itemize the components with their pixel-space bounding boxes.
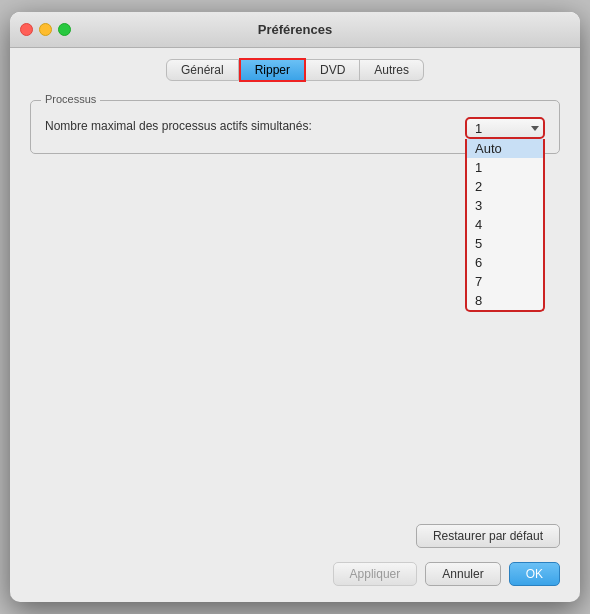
restore-defaults-button[interactable]: Restaurer par défaut xyxy=(416,524,560,548)
ok-button[interactable]: OK xyxy=(509,562,560,586)
tab-bar: Général Ripper DVD Autres xyxy=(10,48,580,90)
preferences-window: Préférences Général Ripper DVD Autres Pr… xyxy=(10,12,580,602)
titlebar: Préférences xyxy=(10,12,580,48)
tab-general[interactable]: Général xyxy=(166,59,239,81)
minimize-button[interactable] xyxy=(39,23,52,36)
tab-autres[interactable]: Autres xyxy=(360,59,424,81)
traffic-lights xyxy=(20,23,71,36)
window-title: Préférences xyxy=(258,22,332,37)
processus-row: Nombre maximal des processus actifs simu… xyxy=(45,117,545,139)
dropdown-wrapper: 1 Auto 1 2 3 4 5 6 7 8 xyxy=(465,117,545,139)
dropdown-item-auto[interactable]: Auto xyxy=(467,139,543,158)
tab-dvd[interactable]: DVD xyxy=(306,59,360,81)
dropdown-item-7[interactable]: 7 xyxy=(467,272,543,291)
dropdown-item-1[interactable]: 1 xyxy=(467,158,543,177)
action-buttons: Appliquer Annuler OK xyxy=(10,562,580,602)
processus-label: Nombre maximal des processus actifs simu… xyxy=(45,117,455,133)
close-button[interactable] xyxy=(20,23,33,36)
section-legend: Processus xyxy=(41,93,100,105)
dropdown-item-3[interactable]: 3 xyxy=(467,196,543,215)
dropdown-list: Auto 1 2 3 4 5 6 7 8 xyxy=(465,139,545,312)
dropdown-arrow-icon xyxy=(531,126,539,131)
cancel-button[interactable]: Annuler xyxy=(425,562,500,586)
tab-ripper[interactable]: Ripper xyxy=(239,58,306,82)
processus-section: Processus Nombre maximal des processus a… xyxy=(30,100,560,154)
dropdown-item-5[interactable]: 5 xyxy=(467,234,543,253)
dropdown-item-6[interactable]: 6 xyxy=(467,253,543,272)
dropdown-item-8[interactable]: 8 xyxy=(467,291,543,310)
dropdown-item-2[interactable]: 2 xyxy=(467,177,543,196)
dropdown-trigger[interactable]: 1 xyxy=(465,117,545,139)
maximize-button[interactable] xyxy=(58,23,71,36)
restore-bar: Restaurer par défaut xyxy=(10,514,580,562)
dropdown-selected-value: 1 xyxy=(475,121,482,136)
apply-button[interactable]: Appliquer xyxy=(333,562,418,586)
dropdown-item-4[interactable]: 4 xyxy=(467,215,543,234)
main-content: Processus Nombre maximal des processus a… xyxy=(10,90,580,312)
